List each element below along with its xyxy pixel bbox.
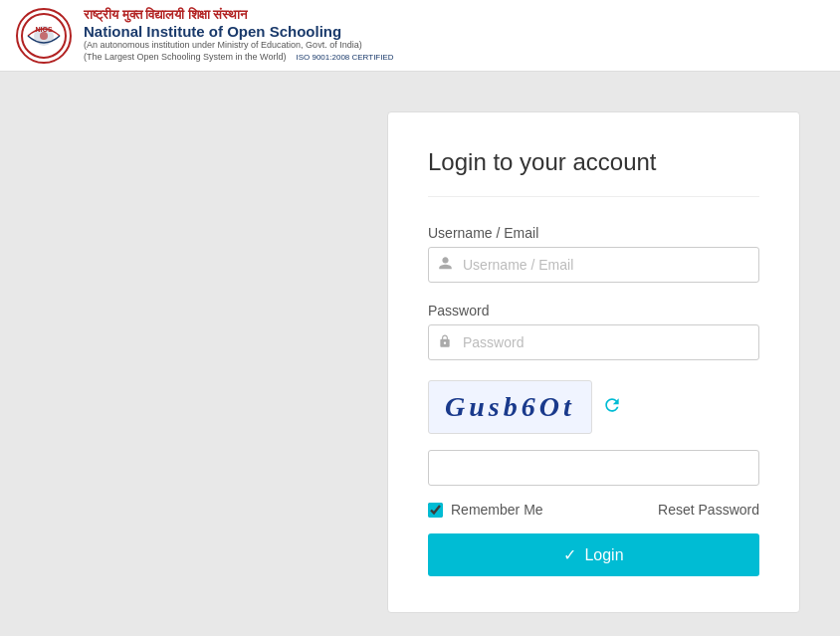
- logo-title-hindi: राष्ट्रीय मुक्त विद्यालयी शिक्षा संस्थान: [84, 7, 394, 23]
- password-label: Password: [428, 303, 759, 318]
- logo-subtitle-1: (An autonomous institution under Ministr…: [84, 40, 394, 52]
- logo-svg: NIOS: [20, 12, 68, 60]
- password-input[interactable]: [428, 324, 759, 360]
- remember-me-label[interactable]: Remember Me: [428, 502, 543, 518]
- user-icon: [438, 256, 453, 274]
- password-group: Password: [428, 303, 759, 360]
- check-icon: ✓: [563, 545, 576, 564]
- captcha-image: Gusb6Ot: [428, 380, 592, 434]
- lock-icon: [438, 334, 452, 351]
- username-label: Username / Email: [428, 225, 759, 241]
- captcha-refresh-button[interactable]: [602, 395, 622, 420]
- logo-text-block: राष्ट्रीय मुक्त विद्यालयी शिक्षा संस्थान…: [84, 7, 394, 63]
- login-title: Login to your account: [428, 148, 759, 197]
- bottom-row: Remember Me Reset Password: [428, 502, 759, 518]
- logo-circle: NIOS: [16, 8, 72, 64]
- login-card: Login to your account Username / Email P…: [387, 111, 800, 613]
- remember-me-text: Remember Me: [451, 502, 543, 518]
- captcha-input[interactable]: [428, 450, 759, 486]
- username-input[interactable]: [428, 247, 759, 283]
- logo-title-english: National Institute of Open Schooling: [84, 23, 394, 40]
- svg-point-3: [40, 32, 48, 40]
- password-input-wrapper: [428, 324, 759, 360]
- logo-cert: ISO 9001:2008 CERTIFIED: [296, 53, 393, 62]
- header: NIOS राष्ट्रीय मुक्त विद्यालयी शिक्षा सं…: [0, 0, 840, 72]
- logo-subtitle-2: (The Largest Open Schooling System in th…: [84, 52, 394, 64]
- reset-password-link[interactable]: Reset Password: [658, 502, 759, 518]
- login-button[interactable]: ✓ Login: [428, 533, 759, 576]
- login-button-label: Login: [584, 546, 623, 564]
- main-content: Login to your account Username / Email P…: [0, 72, 840, 636]
- username-group: Username / Email: [428, 225, 759, 283]
- remember-me-checkbox[interactable]: [428, 503, 443, 518]
- captcha-section: Gusb6Ot: [428, 380, 759, 434]
- username-input-wrapper: [428, 247, 759, 283]
